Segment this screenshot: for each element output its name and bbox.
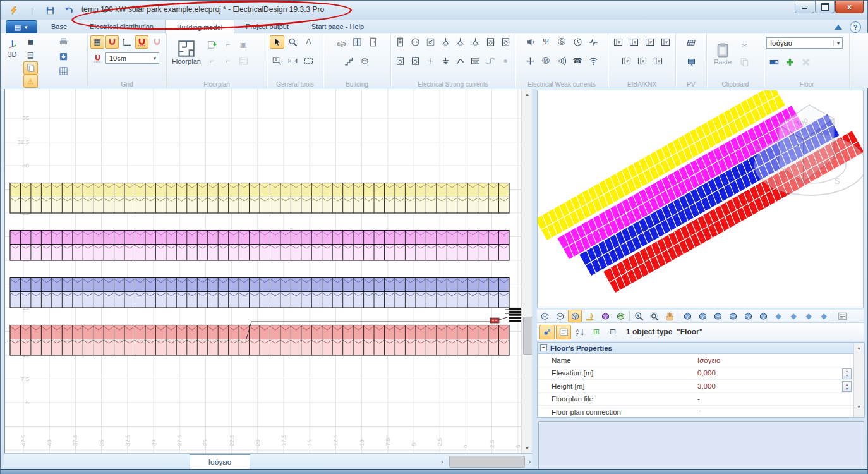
siren-icon[interactable] bbox=[523, 35, 538, 49]
appliance-washer-icon[interactable] bbox=[484, 35, 498, 49]
pan-icon[interactable] bbox=[662, 310, 676, 322]
lamp-spot-icon[interactable] bbox=[469, 35, 483, 49]
import-floorplan-icon[interactable] bbox=[205, 38, 219, 51]
properties-header[interactable]: − Floor's Properties bbox=[538, 343, 864, 354]
socket-icon[interactable] bbox=[409, 35, 423, 49]
minimize-ribbon-icon[interactable] bbox=[835, 25, 842, 30]
property-row[interactable]: Floorplan file- bbox=[538, 393, 864, 406]
material-view-icon[interactable] bbox=[598, 310, 612, 322]
knx-switch-3-icon[interactable] bbox=[642, 35, 657, 49]
application-menu-button[interactable]: ▤▼ bbox=[6, 20, 37, 34]
lamp-wall-icon[interactable] bbox=[454, 35, 467, 49]
switch-icon[interactable] bbox=[424, 35, 438, 49]
view-front-icon[interactable] bbox=[680, 310, 694, 322]
view-top-icon[interactable] bbox=[741, 310, 755, 322]
rename-floor-icon[interactable] bbox=[767, 56, 781, 69]
knx-switch-4-icon[interactable] bbox=[658, 35, 673, 49]
tab-start-page-help[interactable]: Start page - Help bbox=[300, 20, 375, 33]
grid-spacing-icon[interactable] bbox=[90, 52, 105, 65]
tab-building-model[interactable]: Building model bbox=[165, 20, 234, 34]
properties-scrollbar[interactable]: ▲ ▼ bbox=[853, 343, 864, 417]
delete-floor-icon[interactable] bbox=[799, 56, 813, 69]
floor-combobox[interactable]: Ισόγειο ▼ bbox=[766, 37, 843, 49]
view-right-icon[interactable] bbox=[726, 310, 740, 322]
knx-actuator-2-icon[interactable] bbox=[635, 54, 649, 68]
tab-project-output[interactable]: Project output bbox=[234, 20, 300, 33]
scroll-up-icon[interactable]: ▲ bbox=[854, 343, 864, 352]
property-row[interactable]: Elevation [m]0,000▲▼ bbox=[538, 367, 864, 380]
export-icon[interactable] bbox=[56, 50, 71, 63]
floor-tab[interactable]: Ισόγειο bbox=[190, 454, 250, 469]
drawing-sheets-icon[interactable] bbox=[23, 61, 38, 75]
view-iso-se-icon[interactable]: ◆ bbox=[802, 310, 816, 322]
view-bottom-icon[interactable] bbox=[756, 310, 770, 322]
appliance-dryer-icon[interactable] bbox=[498, 35, 512, 49]
app-lightning-icon[interactable] bbox=[6, 4, 21, 17]
property-row[interactable]: NameΙσόγειο bbox=[538, 354, 864, 367]
view-left-icon[interactable] bbox=[711, 310, 725, 322]
wall-tool-icon[interactable] bbox=[334, 35, 349, 49]
minimize-button[interactable] bbox=[795, 1, 814, 13]
motion-sensor-icon[interactable] bbox=[523, 54, 538, 68]
stairs-tool-icon[interactable] bbox=[342, 54, 356, 68]
property-value[interactable]: 0,000 bbox=[695, 369, 716, 377]
pv-module-icon[interactable] bbox=[684, 36, 699, 49]
grid-spacing-combobox[interactable]: 10cm ▼ bbox=[105, 52, 159, 64]
cable-exit-icon[interactable] bbox=[454, 54, 467, 68]
view-iso-ne-icon[interactable]: ◆ bbox=[771, 310, 785, 322]
group-objects-icon[interactable] bbox=[539, 325, 555, 339]
copy-icon[interactable] bbox=[737, 56, 752, 69]
property-value[interactable]: Ισόγειο bbox=[695, 356, 721, 364]
collapse-icon[interactable]: − bbox=[540, 344, 547, 351]
title-bar[interactable]: |▾ temp 100 kW solar park example.elecpr… bbox=[1, 1, 867, 20]
object-list-icon[interactable] bbox=[835, 310, 849, 322]
earthing-icon[interactable] bbox=[438, 54, 452, 68]
view-iso-sw-icon[interactable]: ◆ bbox=[817, 310, 831, 322]
property-row[interactable]: Floor plan connection- bbox=[538, 406, 864, 418]
save-icon[interactable] bbox=[43, 4, 57, 17]
maximize-button[interactable] bbox=[815, 1, 835, 13]
junction-sphere-icon[interactable]: ● bbox=[498, 54, 512, 68]
sort-az-icon[interactable]: AZ bbox=[572, 325, 588, 339]
tab-base[interactable]: Base bbox=[40, 20, 78, 33]
knx-actuator-1-icon[interactable] bbox=[619, 54, 634, 68]
panel-splitter[interactable] bbox=[532, 89, 537, 468]
horizontal-scrollbar-thumb[interactable] bbox=[449, 456, 525, 468]
regenerate-view-icon[interactable] bbox=[613, 310, 627, 322]
dimension-tool-icon[interactable] bbox=[286, 54, 300, 68]
appliance-boiler-icon[interactable] bbox=[409, 54, 423, 68]
wireframe-view-icon[interactable] bbox=[538, 310, 552, 322]
rect-select-icon[interactable] bbox=[301, 54, 316, 68]
security-device-icon[interactable]: Ⓢ bbox=[555, 35, 569, 49]
floorplan-stamp-icon[interactable]: ▣ bbox=[236, 38, 251, 51]
room-tool-icon[interactable] bbox=[358, 54, 372, 68]
fan-icon[interactable] bbox=[424, 54, 438, 68]
snap-points-icon[interactable] bbox=[135, 35, 149, 49]
view-iso-nw-icon[interactable]: ◆ bbox=[787, 310, 800, 322]
snap-objects-icon[interactable] bbox=[150, 35, 164, 49]
property-value[interactable]: 3,000 bbox=[695, 382, 716, 390]
label-tool-icon[interactable]: A bbox=[270, 54, 284, 68]
floorplan-canvas[interactable]: 3532.53027.52522.52017.51512.5107.55-42.… bbox=[4, 89, 522, 453]
floorplan-next-icon[interactable]: ⌐ bbox=[220, 54, 235, 68]
paste-button[interactable]: Paste bbox=[709, 35, 737, 73]
window-tool-icon[interactable] bbox=[350, 35, 365, 49]
signal-transmission-icon[interactable] bbox=[586, 35, 601, 49]
antenna-icon[interactable]: Ψ bbox=[539, 35, 553, 49]
warnings-icon[interactable]: ⚠ bbox=[23, 75, 38, 88]
solid-view-icon[interactable] bbox=[568, 310, 582, 322]
value-spinner[interactable]: ▲▼ bbox=[842, 368, 852, 379]
scroll-down-icon[interactable]: ▼ bbox=[854, 402, 864, 411]
close-button[interactable]: x bbox=[835, 1, 864, 13]
floorplan-prev-icon[interactable]: ⌐ bbox=[205, 54, 219, 68]
undo-icon[interactable] bbox=[61, 4, 76, 17]
property-value[interactable]: - bbox=[695, 408, 700, 416]
add-floor-icon[interactable] bbox=[783, 56, 797, 69]
property-list-icon[interactable] bbox=[556, 325, 571, 339]
select-cursor-icon[interactable] bbox=[270, 35, 284, 49]
property-row[interactable]: Height [m]3,000▲▼ bbox=[538, 380, 864, 393]
conduit-route-icon[interactable] bbox=[484, 54, 498, 68]
floorplan-list-icon[interactable] bbox=[236, 54, 251, 68]
motor-device-icon[interactable]: Ⓜ bbox=[539, 54, 553, 68]
wifi-access-point-icon[interactable] bbox=[586, 54, 601, 68]
